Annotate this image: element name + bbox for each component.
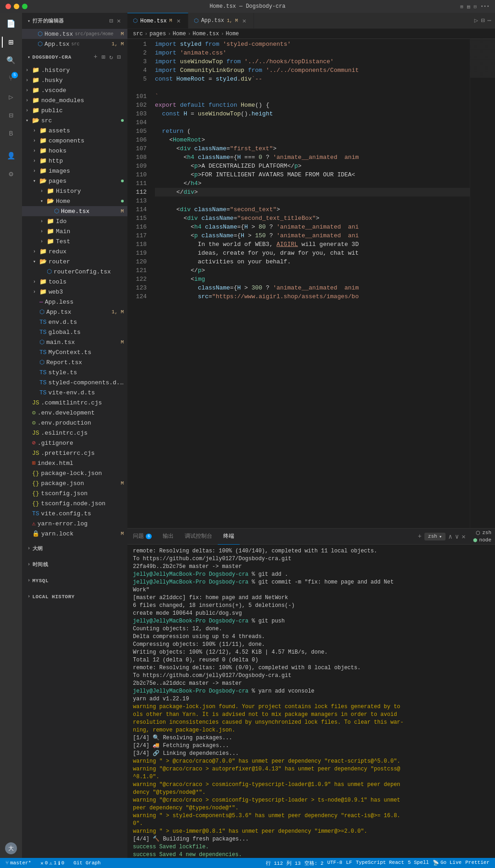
user-avatar[interactable]: 大 (5, 842, 17, 854)
tree-tsconfig[interactable]: {} tsconfig.json (22, 488, 127, 498)
tree-router[interactable]: ▾ 📂 router (22, 257, 127, 267)
activity-debug[interactable]: ▷ (2, 88, 20, 106)
open-file-home[interactable]: ⬡ Home.tsx src/pages/Home M (22, 29, 127, 39)
close-button[interactable] (6, 4, 11, 9)
status-branch[interactable]: ⑂ master* (4, 858, 33, 868)
tree-prettierrc[interactable]: JS .prettierrc.cjs (22, 448, 127, 458)
tree-app-tsx[interactable]: ⬡ App.tsx 1, M (22, 307, 127, 317)
tree-test[interactable]: › 📁 Test (22, 236, 127, 246)
tree-pkg-json[interactable]: {} package.json M (22, 478, 127, 488)
open-editors-header[interactable]: ▾ 打开的编辑器 ⊟ ✕ (22, 13, 127, 29)
status-prettier[interactable]: Prettier (463, 860, 491, 865)
tree-mycontext[interactable]: TS MyContext.ts (22, 347, 127, 357)
tab-home-tsx[interactable]: ⬡ Home.tsx M ✕ (127, 13, 188, 28)
tree-tsconfig-node[interactable]: {} tsconfig.node.json (22, 498, 127, 508)
tree-router-config[interactable]: ⬡ routerConfig.tsx (22, 267, 127, 277)
close-all-icon[interactable]: ✕ (116, 16, 122, 26)
status-line-ending[interactable]: LF (344, 860, 354, 865)
code-content[interactable]: import styled from 'styled-components' i… (151, 39, 470, 528)
tab-app-tsx[interactable]: ⬡ App.tsx 1, M ✕ (188, 13, 254, 28)
tree-hooks[interactable]: › 📁 hooks (22, 146, 127, 156)
more-editors-icon[interactable]: ⋯ (488, 16, 491, 24)
tree-web3[interactable]: › 📁 web3 (22, 287, 127, 297)
tree-pages[interactable]: ▾ 📂 pages (22, 176, 127, 186)
add-terminal-icon[interactable]: + (418, 533, 421, 540)
tree-images[interactable]: › 📁 images (22, 166, 127, 176)
tree-yarn-lock[interactable]: 🔒 yarn.lock M (22, 529, 127, 539)
panel-tab-output[interactable]: 输出 (157, 529, 179, 545)
activity-settings[interactable]: ⚙ (2, 165, 20, 183)
status-line[interactable]: 行 112 (264, 860, 285, 867)
status-col[interactable]: 列 13 (285, 860, 302, 867)
dogsbody-header[interactable]: ▾ DOGSBODY-CRA + ⊞ ↻ ⊟ (22, 49, 127, 65)
tab-close-home[interactable]: ✕ (175, 17, 182, 25)
breadcrumb-home-folder[interactable]: Home (173, 31, 186, 37)
tree-vite-env[interactable]: TS vite-env.d.ts (22, 388, 127, 398)
open-file-app[interactable]: ⬡ App.tsx src 1, M (22, 39, 127, 49)
sidebar-icon[interactable]: ▤ (467, 4, 470, 10)
tree-history-folder[interactable]: › 📁 History (22, 186, 127, 196)
terminal-up-icon[interactable]: ∧ (448, 533, 452, 540)
panel-tab-terminal[interactable]: 终端 (218, 529, 240, 545)
activity-remote[interactable]: B (2, 125, 20, 143)
status-go-live[interactable]: 📡 Go Live (431, 860, 463, 866)
tree-gitignore[interactable]: ⊘ .gitignore (22, 438, 127, 448)
refresh-icon[interactable]: ↻ (108, 52, 114, 62)
breadcrumb-home-file[interactable]: Home.tsx (192, 31, 219, 37)
activity-account[interactable]: 👤 (2, 147, 20, 165)
tree-pkg-lock[interactable]: {} package-lock.json (22, 468, 127, 478)
collapse-icon[interactable]: ⊟ (116, 52, 122, 62)
activity-explorer[interactable]: ⊞ (2, 33, 20, 51)
node-option[interactable]: ⬢ node (473, 537, 491, 543)
timeline-header[interactable]: › 时间线 (22, 557, 127, 573)
tree-report[interactable]: ⬡ Report.tsx (22, 357, 127, 367)
tree-components[interactable]: › 📁 components (22, 136, 127, 146)
more-icon[interactable]: ••• (480, 4, 490, 9)
tree-ido[interactable]: › 📁 Ido (22, 216, 127, 226)
status-errors[interactable]: ✕ 0 ⚠ 1 ℹ 0 (38, 858, 66, 868)
tree-index-html[interactable]: ⊞ index.html (22, 458, 127, 468)
tree-husky[interactable]: › 📁 .husky (22, 75, 127, 85)
maximize-button[interactable] (22, 4, 28, 9)
status-encoding[interactable]: UTF-8 (325, 860, 344, 865)
split-editor-icon[interactable]: ⊟ (481, 16, 484, 24)
tree-env-prod[interactable]: ⚙ .env.production (22, 418, 127, 428)
terminal-selector[interactable]: zsh ▾ (424, 533, 446, 540)
tree-env-dts[interactable]: TS env.d.ts (22, 317, 127, 327)
code-editor[interactable]: 1 2 3 4 5 101 102 103 104 105 106 107 10… (127, 39, 495, 528)
tree-main-folder[interactable]: › 📁 Main (22, 226, 127, 236)
status-language[interactable]: TypeScript React (354, 860, 406, 865)
tree-style-ts[interactable]: TS style.ts (22, 367, 127, 377)
tree-global-ts[interactable]: TS global.ts (22, 327, 127, 337)
window-controls[interactable] (6, 4, 28, 9)
local-history-header[interactable]: › LOCAL HISTORY (22, 589, 127, 605)
tree-http[interactable]: › 📁 http (22, 156, 127, 166)
breadcrumb-src[interactable]: src (133, 31, 143, 37)
terminal-content[interactable]: remote: Resolving deltas: 100% (140/140)… (127, 545, 495, 858)
zsh-option[interactable]: ⬡ zsh (476, 530, 491, 536)
mysql-header[interactable]: › MYSQL (22, 573, 127, 589)
tree-src[interactable]: ▾ 📂 src (22, 115, 127, 126)
tree-home-folder[interactable]: ▾ 📂 Home (22, 196, 127, 206)
save-all-icon[interactable]: ⊟ (108, 16, 114, 26)
tree-env-dev[interactable]: ⚙ .env.development (22, 408, 127, 418)
tree-app-less[interactable]: — App.less (22, 297, 127, 307)
activity-extensions[interactable]: ⊟ (2, 106, 20, 125)
tree-yarn-error[interactable]: ⚠ yarn-error.log (22, 519, 127, 529)
tree-vite-config[interactable]: TS vite.config.ts (22, 508, 127, 519)
status-git-graph[interactable]: Git Graph (72, 858, 102, 868)
tree-home-tsx[interactable]: ⬡ Home.tsx M (22, 206, 127, 216)
minimize-button[interactable] (14, 4, 19, 9)
activity-git[interactable]: ⑂ 5 (2, 70, 20, 88)
breadcrumb-home-fn[interactable]: Home (226, 31, 239, 37)
tree-public[interactable]: › 📁 public (22, 105, 127, 115)
tab-close-app[interactable]: ✕ (241, 17, 248, 24)
run-icon[interactable]: ▷ (474, 16, 478, 24)
tree-node-modules[interactable]: › 📁 node_modules (22, 95, 127, 105)
tree-main-tsx[interactable]: ⬡ main.tsx M (22, 337, 127, 347)
outline-header[interactable]: › 大纲 (22, 540, 127, 557)
new-folder-icon[interactable]: ⊞ (100, 52, 106, 62)
tree-redux[interactable]: › 📁 redux (22, 246, 127, 257)
tree-commitlintrc[interactable]: JS .commitlintrc.cjs (22, 398, 127, 408)
breadcrumb-pages[interactable]: pages (149, 31, 166, 37)
